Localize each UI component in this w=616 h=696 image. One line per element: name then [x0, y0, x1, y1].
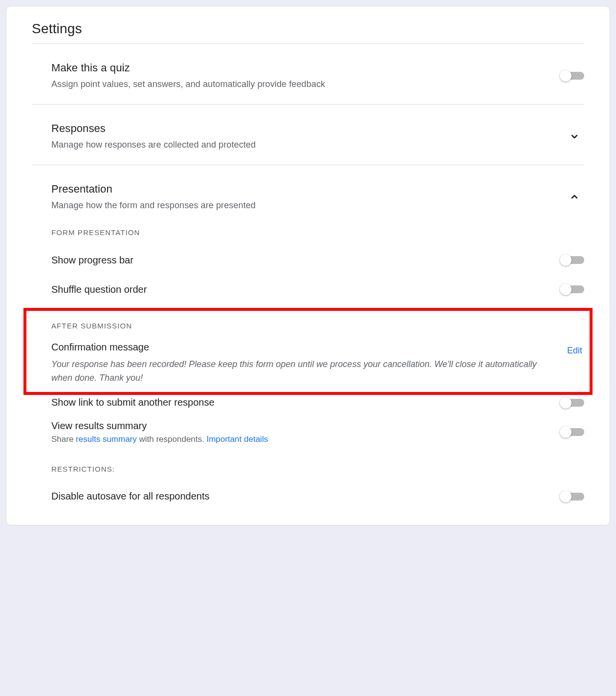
view-results-sub-mid: with respondents.: [137, 435, 207, 444]
chevron-down-icon[interactable]: [565, 127, 584, 146]
view-results-label: View results summary: [51, 420, 268, 432]
shuffle-questions-label: Shuffle question order: [51, 284, 147, 295]
restrictions-label: RESTRICTIONS:: [51, 465, 584, 473]
chevron-up-icon[interactable]: [565, 187, 584, 207]
responses-title: Responses: [51, 122, 256, 135]
presentation-subgroup: FORM PRESENTATION Show progress bar Shuf…: [32, 228, 584, 511]
page-title: Settings: [32, 21, 584, 37]
disable-autosave-label: Disable autosave for all respondents: [51, 491, 210, 502]
results-summary-link[interactable]: results summary: [76, 435, 137, 444]
presentation-subtitle: Manage how the form and responses are pr…: [51, 200, 256, 211]
disable-autosave-toggle[interactable]: [560, 490, 584, 503]
view-results-toggle[interactable]: [560, 426, 584, 438]
quiz-toggle[interactable]: [560, 69, 584, 82]
edit-confirmation-button[interactable]: Edit: [565, 342, 584, 360]
form-presentation-label: FORM PRESENTATION: [51, 228, 584, 237]
important-details-link[interactable]: Important details: [206, 435, 268, 444]
view-results-sub-prefix: Share: [51, 435, 76, 444]
show-submit-another-label: Show link to submit another response: [51, 397, 215, 408]
option-show-submit-another: Show link to submit another response: [51, 388, 584, 417]
show-progress-bar-label: Show progress bar: [51, 255, 133, 266]
confirmation-title: Confirmation message: [51, 342, 544, 353]
presentation-title: Presentation: [51, 183, 256, 196]
quiz-title: Make this a quiz: [51, 62, 325, 74]
view-results-subtext: Share results summary with respondents. …: [51, 435, 268, 444]
option-show-progress-bar: Show progress bar: [51, 245, 584, 275]
after-submission-label: AFTER SUBMISSION: [51, 322, 584, 330]
option-shuffle-questions: Shuffle question order: [51, 275, 584, 304]
confirmation-message-text: Your response has been recorded! Please …: [51, 358, 544, 385]
section-presentation: Presentation Manage how the form and res…: [32, 165, 584, 511]
shuffle-questions-toggle[interactable]: [560, 283, 584, 296]
show-submit-another-toggle[interactable]: [560, 396, 584, 409]
responses-subtitle: Manage how responses are collected and p…: [51, 140, 256, 150]
section-quiz: Make this a quiz Assign point values, se…: [32, 44, 584, 105]
settings-card: Settings Make this a quiz Assign point v…: [6, 6, 610, 525]
section-responses: Responses Manage how responses are colle…: [32, 105, 584, 165]
option-disable-autosave: Disable autosave for all respondents: [51, 482, 584, 511]
option-confirmation-message: Confirmation message Your response has b…: [51, 339, 584, 388]
quiz-subtitle: Assign point values, set answers, and au…: [51, 79, 325, 89]
option-view-results: View results summary Share results summa…: [51, 417, 584, 447]
show-progress-bar-toggle[interactable]: [560, 254, 584, 266]
